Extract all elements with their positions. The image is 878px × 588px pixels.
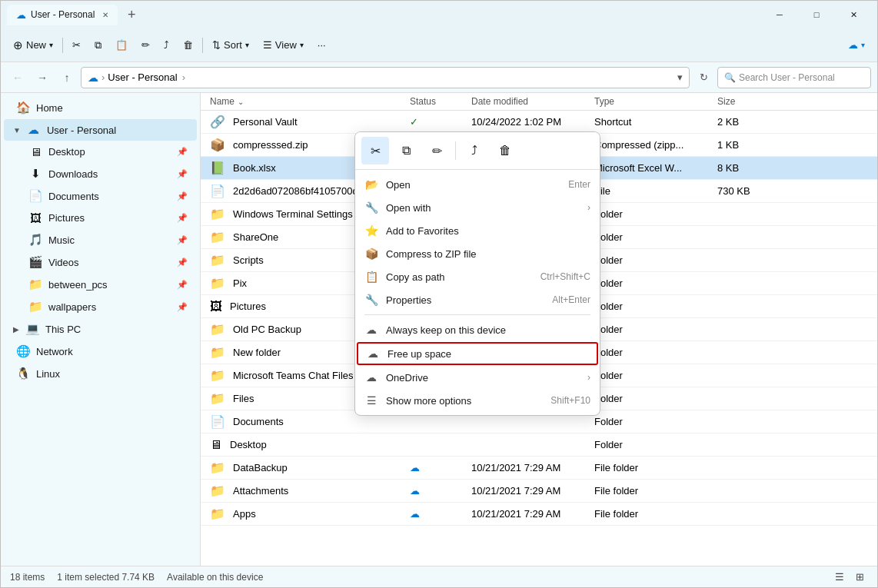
pin-icon-wallpapers: 📌 xyxy=(177,302,188,312)
sidebar-item-music[interactable]: 🎵 Music 📌 xyxy=(4,229,197,251)
ctx-shortcut-text: Ctrl+Shift+C xyxy=(540,271,590,282)
ctx-item-properties[interactable]: 🔧 Properties Alt+Enter xyxy=(355,288,600,311)
sidebar-item-network[interactable]: 🌐 Network xyxy=(4,341,197,362)
pin-icon: 📌 xyxy=(177,147,188,157)
status-bar: 18 items 1 item selected 7.74 KB Availab… xyxy=(1,566,877,587)
ctx-item-copy-path[interactable]: 📋 Copy as path Ctrl+Shift+C xyxy=(355,265,600,288)
ctx-arrow-icon: › xyxy=(587,202,590,213)
ctx-sep xyxy=(455,141,456,160)
ctx-item-label: OneDrive xyxy=(386,372,428,384)
ctx-cut-button[interactable]: ✂ xyxy=(361,137,389,164)
onedrive-icon: ☁ xyxy=(848,39,858,51)
ctx-item-free-space[interactable]: ☁ Free up space xyxy=(357,342,598,365)
list-view-button[interactable]: ☰ xyxy=(831,569,848,586)
more-button[interactable]: ··· xyxy=(311,35,332,55)
sidebar-item-documents[interactable]: 📄 Documents 📌 xyxy=(4,185,197,207)
sidebar-item-pictures-label: Pictures xyxy=(48,212,85,224)
ctx-item-icon: ☁ xyxy=(364,371,378,384)
linux-icon: 🐧 xyxy=(16,367,30,380)
tab-close-button[interactable]: ✕ xyxy=(102,11,108,19)
cut-button[interactable]: ✂ xyxy=(66,35,87,55)
sidebar-item-desktop[interactable]: 🖥 Desktop 📌 xyxy=(4,141,197,162)
address-path[interactable]: ☁ › User - Personal › ▾ xyxy=(81,67,690,88)
sidebar: 🏠 Home ▼ ☁ User - Personal 🖥 Desktop 📌 ⬇… xyxy=(1,93,201,566)
delete-button[interactable]: 🗑 xyxy=(177,35,199,55)
view-toggle: ☰ ⊞ xyxy=(831,569,868,586)
pin-icon-docs: 📌 xyxy=(177,191,188,201)
documents-icon: 📄 xyxy=(28,189,42,203)
rename-button[interactable]: ✏ xyxy=(135,35,156,55)
search-box[interactable]: 🔍 Search User - Personal xyxy=(717,67,871,88)
ctx-item-more-options[interactable]: ☰ Show more options Shift+F10 xyxy=(355,389,600,412)
context-menu-overlay[interactable]: ✂ ⧉ ✏ ⤴ 🗑 📂 Open Enter 🔧 Open with › ⭐ A… xyxy=(201,93,877,566)
ctx-item-compress[interactable]: 📦 Compress to ZIP file xyxy=(355,242,600,265)
pin-icon-downloads: 📌 xyxy=(177,169,188,179)
ctx-item-label: Add to Favorites xyxy=(386,225,459,237)
paste-button[interactable]: 📋 xyxy=(109,35,134,55)
pictures-icon: 🖼 xyxy=(28,211,42,224)
active-tab[interactable]: ☁ User - Personal ✕ xyxy=(7,5,118,25)
ctx-item-label: Always keep on this device xyxy=(386,324,506,336)
back-button[interactable]: ← xyxy=(7,67,28,88)
sidebar-item-downloads-label: Downloads xyxy=(48,168,98,180)
ctx-item-onedrive[interactable]: ☁ OneDrive › xyxy=(355,366,600,389)
context-menu-top-bar: ✂ ⧉ ✏ ⤴ 🗑 xyxy=(355,132,600,170)
ctx-copy-button[interactable]: ⧉ xyxy=(392,137,420,164)
sidebar-item-home[interactable]: 🏠 Home xyxy=(4,97,197,118)
sort-button[interactable]: ⇅ Sort ▾ xyxy=(206,35,255,55)
ctx-item-icon: ☰ xyxy=(364,394,378,407)
forward-button[interactable]: → xyxy=(32,67,53,88)
sidebar-item-linux[interactable]: 🐧 Linux xyxy=(4,363,197,384)
refresh-button[interactable]: ↻ xyxy=(693,67,714,88)
view-button[interactable]: ☰ View ▾ xyxy=(257,35,310,55)
share-button[interactable]: ⤴ xyxy=(158,35,175,55)
item-count: 18 items xyxy=(10,572,45,583)
ctx-item-favorites[interactable]: ⭐ Add to Favorites xyxy=(355,219,600,242)
copy-button[interactable]: ⧉ xyxy=(88,35,108,55)
ctx-item-icon: 📦 xyxy=(364,247,378,260)
new-tab-button[interactable]: + xyxy=(121,4,142,25)
close-button[interactable]: ✕ xyxy=(836,1,871,28)
ctx-item-icon: ☁ xyxy=(366,347,380,360)
new-button[interactable]: ⊕ New ▾ xyxy=(7,35,59,56)
ctx-shortcut-text: Alt+Enter xyxy=(552,294,590,305)
address-dropdown-icon[interactable]: ▾ xyxy=(677,71,683,83)
ctx-divider xyxy=(364,314,590,315)
ctx-share-button[interactable]: ⤴ xyxy=(461,137,488,164)
ctx-item-icon: 📋 xyxy=(364,271,378,283)
sidebar-item-wallpapers[interactable]: 📁 wallpapers 📌 xyxy=(4,296,197,317)
sidebar-item-between-pcs-label: between_pcs xyxy=(48,279,108,291)
sidebar-item-videos[interactable]: 🎬 Videos 📌 xyxy=(4,251,197,273)
paste-icon: 📋 xyxy=(115,39,128,51)
main-area: 🏠 Home ▼ ☁ User - Personal 🖥 Desktop 📌 ⬇… xyxy=(1,93,877,566)
sidebar-item-between-pcs[interactable]: 📁 between_pcs 📌 xyxy=(4,274,197,295)
ctx-item-icon: ⭐ xyxy=(364,224,378,237)
new-icon: ⊕ xyxy=(13,38,23,52)
minimize-button[interactable]: ─ xyxy=(762,1,797,28)
view-dropdown-icon: ▾ xyxy=(300,41,304,49)
up-button[interactable]: ↑ xyxy=(56,67,78,88)
ctx-rename-button[interactable]: ✏ xyxy=(423,137,451,164)
sidebar-item-videos-label: Videos xyxy=(48,257,79,268)
path-separator: › xyxy=(101,71,105,83)
ctx-item-label: Compress to ZIP file xyxy=(386,248,477,260)
context-menu-items: 📂 Open Enter 🔧 Open with › ⭐ Add to Favo… xyxy=(355,170,600,415)
downloads-icon: ⬇ xyxy=(28,167,42,181)
ctx-item-open[interactable]: 📂 Open Enter xyxy=(355,173,600,196)
maximize-button[interactable]: □ xyxy=(799,1,834,28)
ctx-item-keep-device[interactable]: ☁ Always keep on this device xyxy=(355,318,600,341)
sidebar-item-this-pc[interactable]: ▶ 💻 This PC xyxy=(4,318,197,340)
tab-cloud-icon: ☁ xyxy=(16,9,26,21)
sidebar-item-downloads[interactable]: ⬇ Downloads 📌 xyxy=(4,163,197,184)
ctx-item-open-with[interactable]: 🔧 Open with › xyxy=(355,196,600,219)
onedrive-toolbar-button[interactable]: ☁ ▾ xyxy=(842,36,871,54)
ctx-delete-button[interactable]: 🗑 xyxy=(491,137,519,164)
sidebar-item-user-personal[interactable]: ▼ ☁ User - Personal xyxy=(4,119,197,141)
pin-icon-pics: 📌 xyxy=(177,213,188,223)
videos-icon: 🎬 xyxy=(28,255,42,269)
music-icon: 🎵 xyxy=(28,233,42,247)
sidebar-item-documents-label: Documents xyxy=(48,191,99,202)
sidebar-item-pictures[interactable]: 🖼 Pictures 📌 xyxy=(4,208,197,228)
detail-view-button[interactable]: ⊞ xyxy=(851,569,868,586)
between-pcs-icon: 📁 xyxy=(28,277,42,291)
